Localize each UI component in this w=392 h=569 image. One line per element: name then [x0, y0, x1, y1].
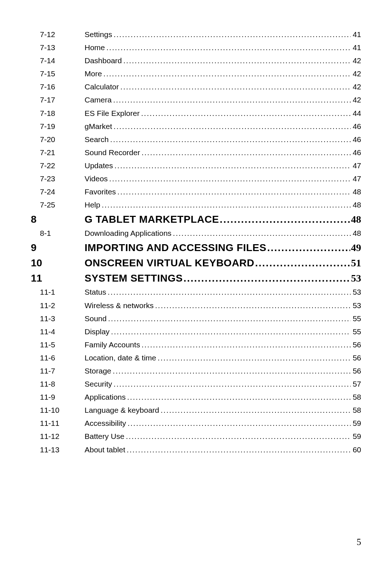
toc-sub-title: Display — [85, 327, 110, 336]
toc-sub-entry: 7-17Camera42 — [31, 96, 361, 104]
toc-sub-number: 7-15 — [31, 69, 85, 78]
toc-dot-leader — [140, 148, 351, 157]
toc-dot-leader — [126, 419, 350, 427]
toc-sub-title: Status — [85, 288, 106, 296]
toc-dot-leader — [154, 301, 350, 310]
toc-dot-leader — [183, 273, 350, 284]
toc-sub-page: 41 — [351, 30, 361, 39]
toc-sub-page: 55 — [351, 314, 361, 323]
toc-sub-title: Location, date & time — [85, 354, 156, 362]
page-number: 5 — [357, 537, 362, 547]
toc-sub-title: Sound — [85, 314, 107, 323]
toc-sub-number: 11-11 — [31, 419, 85, 427]
toc-sub-page: 59 — [351, 432, 361, 440]
toc-sub-title: Calculator — [85, 82, 119, 91]
toc-chapter-title: SYSTEM SETTINGS — [85, 273, 183, 284]
toc-sub-page: 56 — [351, 354, 361, 362]
toc-sub-number: 7-22 — [31, 161, 85, 170]
toc-dot-leader — [109, 135, 351, 144]
toc-sub-number: 7-14 — [31, 56, 85, 65]
toc-sub-title: About tablet — [85, 445, 125, 454]
toc-sub-title: Sound Recorder — [85, 148, 140, 157]
toc-sub-page: 58 — [351, 406, 361, 414]
toc-dot-leader — [108, 174, 351, 183]
toc-sub-number: 11-3 — [31, 314, 85, 323]
toc-sub-title: Accessibility — [85, 419, 126, 427]
toc-sub-number: 11-5 — [31, 340, 85, 349]
toc-sub-number: 11-1 — [31, 288, 85, 296]
toc-dot-leader — [171, 229, 350, 237]
toc-chapter-page: 53 — [350, 273, 361, 284]
toc-dot-leader — [112, 122, 351, 130]
toc-sub-entry: 7-20Search46 — [31, 135, 361, 144]
toc-chapter-entry: 8G TABLET MARKETPLACE48 — [31, 214, 361, 225]
toc-sub-entry: 11-10Language & keyboard58 — [31, 406, 361, 414]
toc-sub-number: 7-24 — [31, 187, 85, 196]
toc-dot-leader — [107, 314, 351, 323]
toc-sub-title: Downloading Applications — [85, 229, 171, 237]
toc-sub-page: 59 — [351, 419, 361, 427]
toc-sub-title: Help — [85, 201, 100, 209]
toc-dot-leader — [140, 109, 351, 117]
toc-sub-page: 42 — [351, 82, 361, 91]
toc-dot-leader — [254, 257, 350, 269]
toc-sub-entry: 11-3Sound55 — [31, 314, 361, 323]
toc-sub-page: 47 — [351, 174, 361, 183]
toc-dot-leader — [125, 445, 351, 454]
toc-chapter-number: 8 — [31, 214, 85, 225]
toc-sub-number: 7-19 — [31, 122, 85, 130]
toc-chapter-number: 11 — [31, 273, 85, 284]
toc-sub-title: Storage — [85, 367, 111, 375]
toc-sub-entry: 11-6Location, date & time56 — [31, 354, 361, 362]
toc-sub-entry: 7-24Favorites48 — [31, 187, 361, 196]
toc-chapter-title: ONSCREEN VIRTUAL KEYBOARD — [85, 257, 254, 269]
document-page: 7-12Settings417-13Home417-14Dashboard427… — [0, 0, 392, 569]
toc-sub-page: 53 — [351, 301, 361, 310]
toc-sub-page: 42 — [351, 56, 361, 65]
toc-sub-title: Updates — [85, 161, 113, 170]
toc-sub-number: 11-4 — [31, 327, 85, 336]
toc-sub-page: 48 — [351, 187, 361, 196]
toc-sub-entry: 11-12Battery Use59 — [31, 432, 361, 440]
toc-sub-entry: 7-13Home41 — [31, 43, 361, 52]
toc-sub-number: 7-25 — [31, 201, 85, 209]
toc-sub-title: Settings — [85, 30, 112, 39]
toc-sub-entry: 7-15More42 — [31, 69, 361, 78]
toc-dot-leader — [116, 187, 350, 196]
toc-dot-leader — [105, 43, 351, 52]
toc-sub-page: 56 — [351, 367, 361, 375]
toc-sub-title: Security — [85, 380, 112, 388]
toc-sub-page: 41 — [351, 43, 361, 52]
toc-sub-entry: 7-23Videos47 — [31, 174, 361, 183]
toc-dot-leader — [126, 393, 350, 401]
toc-sub-number: 7-16 — [31, 82, 85, 91]
toc-sub-page: 42 — [351, 69, 361, 78]
toc-sub-entry: 7-22Updates47 — [31, 161, 361, 170]
toc-chapter-number: 9 — [31, 242, 85, 254]
toc-sub-title: Family Accounts — [85, 340, 140, 349]
toc-dot-leader — [119, 82, 351, 91]
toc-sub-page: 48 — [351, 201, 361, 209]
toc-chapter-page: 49 — [350, 242, 361, 254]
toc-sub-entry: 7-14Dashboard42 — [31, 56, 361, 65]
toc-sub-entry: 11-1Status53 — [31, 288, 361, 296]
toc-sub-title: ES File Explorer — [85, 109, 140, 117]
toc-sub-number: 11-10 — [31, 406, 85, 414]
toc-sub-number: 7-20 — [31, 135, 85, 144]
toc-sub-entry: 11-5Family Accounts56 — [31, 340, 361, 349]
toc-sub-number: 11-13 — [31, 445, 85, 454]
toc-sub-entry: 7-18ES File Explorer44 — [31, 109, 361, 117]
toc-sub-number: 11-12 — [31, 432, 85, 440]
toc-sub-title: Dashboard — [85, 56, 122, 65]
toc-chapter-title: IMPORTING AND ACCESSING FILES — [85, 242, 266, 254]
toc-sub-number: 7-23 — [31, 174, 85, 183]
toc-sub-entry: 11-11Accessibility59 — [31, 419, 361, 427]
toc-dot-leader — [113, 161, 350, 170]
toc-sub-page: 55 — [351, 327, 361, 336]
toc-dot-leader — [159, 406, 351, 414]
toc-sub-entry: 11-7Storage56 — [31, 367, 361, 375]
toc-sub-title: Home — [85, 43, 105, 52]
toc-chapter-entry: 9IMPORTING AND ACCESSING FILES49 — [31, 242, 361, 254]
toc-sub-title: gMarket — [85, 122, 112, 130]
toc-sub-entry: 11-13About tablet60 — [31, 445, 361, 454]
